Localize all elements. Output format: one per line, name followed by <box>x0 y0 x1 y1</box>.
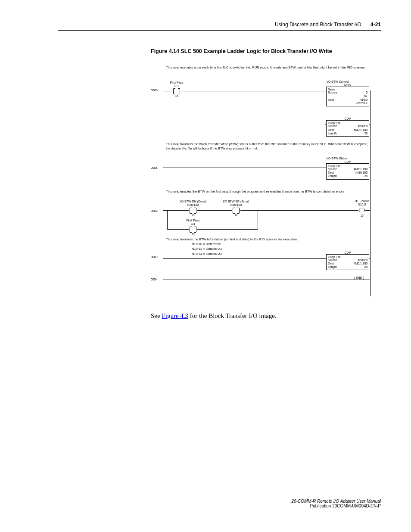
cop-name: Copy File <box>328 121 367 124</box>
rung-2-contact-done: I/O BTW DN (Done) N10:100 13 <box>189 208 197 213</box>
cop-dst-v: #M0:1.100 <box>344 128 367 132</box>
rung-1-cop-block: I/O BTW Status COP Copy File Source#M1:1… <box>326 163 369 179</box>
end-marker: END <box>353 276 365 279</box>
cop-title: COP <box>343 160 352 163</box>
c2s: 12 <box>234 214 237 217</box>
footer-publication: Publication 20COMM-UM004D-EN-P <box>292 504 381 508</box>
contact-label: First Pass S:1 <box>170 81 183 87</box>
rung-3-line: COP Copy File Source#N10:0 Dest#M0:1.100… <box>163 258 371 259</box>
cop-dst-l: Dest <box>328 128 344 132</box>
cop-header: I/O BTW Status <box>327 157 348 160</box>
rung-4: 0004 END <box>151 280 371 280</box>
rung-4-line: END <box>163 280 371 280</box>
rung-0-branch-v <box>325 91 325 124</box>
l-l: Length <box>328 265 344 269</box>
cop-name: Copy File <box>328 165 367 168</box>
rung-0-contact-firstpass: First Pass S:1 15 <box>172 88 181 93</box>
figure-caption: Figure 4.14 SLC 500 Example Ladder Logic… <box>151 48 332 54</box>
c1l1: I/O BTW DN (Done) <box>180 200 206 203</box>
rung-2-number: 0002 <box>151 209 158 212</box>
rung-2-contact-error: I/O BTW ER (Error) N10:100 12 <box>232 208 240 213</box>
contact-sub: 15 <box>175 94 178 97</box>
c-len-l: Length <box>328 174 344 178</box>
c-len-v: 28 <box>344 174 367 178</box>
rung-2-desc: This rung enables the BTW on the first p… <box>166 190 371 193</box>
c2l2: N10:100 <box>230 203 242 206</box>
mov-dst-l: Dest <box>328 98 346 102</box>
ladder-diagram: This rung executes once each time the SL… <box>151 65 371 298</box>
coil-lbl: BT Enable N10:0 <box>355 199 369 206</box>
rung-0-mov-block: I/O BTW Control MOV Move Source0 0< Dest… <box>326 87 369 106</box>
c3l2: S:1 <box>191 222 196 225</box>
header-page-number: 4-21 <box>371 22 381 28</box>
c1l2: N10:100 <box>187 203 199 206</box>
rung-0: This rung executes once each time the SL… <box>151 65 371 91</box>
rung-3-desc: This rung transfers the BTW information … <box>166 237 371 241</box>
lbl: I/O BTW ER (Error) N10:100 <box>223 200 249 206</box>
d-l: Dest <box>328 262 344 265</box>
rung-3-cop-block: COP Copy File Source#N10:0 Dest#M0:1.100… <box>326 254 369 270</box>
c-dst-l: Dest <box>328 171 344 174</box>
cop-src-v: #N10:0 <box>344 124 367 128</box>
body-pre: See <box>151 312 162 319</box>
l-v: 28 <box>344 265 367 269</box>
body-paragraph: See Figure 4.3 for the Block Transfer I/… <box>151 312 277 320</box>
rung-3-number: 0003 <box>151 255 158 258</box>
cl2: N10:0 <box>358 203 366 206</box>
page-header: Using Discrete and Block Transfer I/O 4-… <box>275 22 381 28</box>
rung-1-line: I/O BTW Status COP Copy File Source#M1:1… <box>163 168 371 168</box>
c1s: 13 <box>191 214 194 217</box>
c2l1: I/O BTW ER (Error) <box>223 200 249 203</box>
mov-src-v: 0 <box>346 91 367 94</box>
cl1: BT Enable <box>355 199 369 202</box>
c-dst-v: #N10:100 <box>344 171 367 174</box>
r2-bv2 <box>258 210 258 229</box>
s-l: Source <box>328 258 344 262</box>
cop-title: COP <box>343 251 352 254</box>
mov-name: Move <box>328 88 367 91</box>
rung-1-desc: This rung transfers the Block Transfer W… <box>166 142 371 150</box>
figure-link[interactable]: Figure 4.3 <box>162 312 188 319</box>
c3s: 15 <box>191 233 194 236</box>
r2-bh <box>167 229 258 230</box>
rung-2-contact-firstpass: First Pass S:1 15 <box>189 227 197 232</box>
c-src-v: #M1:1.100 <box>344 168 367 171</box>
contact-l1: First Pass <box>170 81 183 84</box>
mov-src2: 0< <box>346 95 367 98</box>
rung-3: This rung transfers the BTW information … <box>151 237 371 259</box>
mov-header: I/O BTW Control <box>327 80 349 83</box>
footer-manual-title: 20-COMM-R Remote I/O Adapter User Manual <box>292 499 381 504</box>
cop-len-l: Length <box>328 132 344 135</box>
lbl: I/O BTW DN (Done) N10:100 <box>180 200 206 206</box>
rung-1-number: 0001 <box>151 166 158 169</box>
rung-2-coil-btenable: BT Enable N10:0 15 <box>358 207 365 213</box>
mov-title: MOV <box>343 84 352 87</box>
page-footer: 20-COMM-R Remote I/O Adapter User Manual… <box>292 499 381 508</box>
rung-0-number: 0000 <box>151 89 158 92</box>
mov-dst-v: N10:0 <box>346 98 367 102</box>
contact-l2: S:1 <box>174 84 179 87</box>
r2-bv1 <box>167 210 168 229</box>
rung-3-sub1: N10:10 = Reference <box>192 242 371 246</box>
header-rule <box>58 30 381 31</box>
c-src-l: Source <box>328 168 344 171</box>
rung-4-number: 0004 <box>151 278 158 281</box>
body-post: for the Block Transfer I/O image. <box>188 312 277 319</box>
mov-dst2: -32768 < <box>346 102 367 105</box>
rung-0-desc: This rung executes once each time the SL… <box>166 65 371 69</box>
s-v: #N10:0 <box>344 258 367 262</box>
rung-3-sub2: N10:12 = Datalink A1 <box>192 247 371 251</box>
cls: 15 <box>360 214 363 217</box>
rung-2: This rung enables the BTW on the first p… <box>151 190 371 210</box>
cop-name: Copy File <box>328 255 367 258</box>
cop-title: COP <box>343 117 352 120</box>
mov-src-l: Source <box>328 91 346 94</box>
rung-0-line: First Pass S:1 15 I/O BTW Control MOV Mo… <box>163 91 371 91</box>
c3l1: First Pass <box>186 219 199 222</box>
cop-src-l: Source <box>328 124 344 128</box>
rung-1: This rung transfers the Block Transfer W… <box>151 142 371 168</box>
lbl: First Pass S:1 <box>186 219 199 225</box>
d-v: #M0:1.100 <box>344 262 367 265</box>
cop-len-v: 28 <box>344 132 367 135</box>
header-section-title: Using Discrete and Block Transfer I/O <box>275 22 361 28</box>
